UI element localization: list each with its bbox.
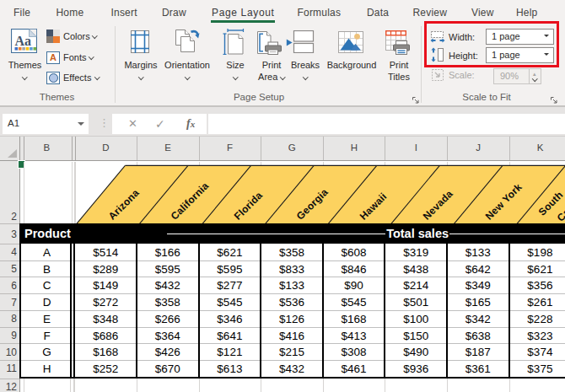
svg-text:Aa: Aa xyxy=(15,34,32,48)
